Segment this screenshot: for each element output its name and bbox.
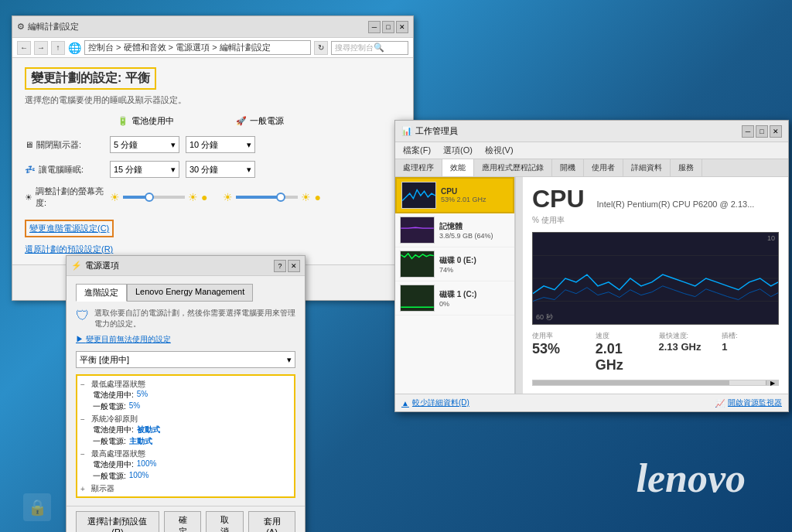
dialog-footer: 選擇計劃預設值(R) 確定 取消 套用(A) [67,506,305,532]
tm-fewer-details-link[interactable]: ▲ 較少詳細資料(D) [401,397,469,408]
maximize-button[interactable]: □ [382,21,394,33]
tm-close-button[interactable]: ✕ [770,125,782,138]
dialog-close-button[interactable]: ✕ [288,260,300,272]
sleep-battery-value: 15 分鐘 [114,164,142,176]
tab-performance[interactable]: 效能 [442,159,474,176]
tm-sidebar-disk0[interactable]: 磁碟 0 (E:) 74% [395,247,514,281]
tm-menu-options[interactable]: 選項(O) [442,144,474,157]
close-button[interactable]: ✕ [396,21,408,33]
sleep-general-dropdown[interactable]: 30 分鐘 ▾ [186,161,255,178]
graph-label-right: 10 [767,234,775,242]
nav-back-button[interactable]: ← [17,41,31,55]
apply-button[interactable]: 套用(A) [248,511,295,532]
scroll-right-arrow[interactable]: ▶ [766,380,778,385]
slider-track-battery[interactable] [123,196,185,199]
tree-child-battery-min: 電池使用中: 5% [93,390,291,401]
sun-large-icon-2: ☀ [301,191,311,203]
titlebar-controls: ─ □ ✕ [368,21,408,33]
tm-titlebar: 📊 工作管理員 ─ □ ✕ [395,121,788,142]
display-general-value: 10 分鐘 [189,139,218,151]
child-label-6: 一般電源: [93,471,126,482]
monitor-icon: 📈 [715,399,725,408]
tm-maximize-button[interactable]: □ [756,125,768,138]
tm-disk1-chart [400,285,435,312]
nav-forward-button[interactable]: → [34,41,48,55]
sun-small-icon-2: ☀ [223,191,233,203]
plan-title: 變更計劃的設定: 平衡 [25,67,156,90]
tm-minimize-button[interactable]: ─ [742,125,754,138]
tab-startup[interactable]: 開機 [552,159,584,176]
tm-disk1-info: 磁碟 1 (C:) 0% [439,289,510,308]
tm-cpu-name: CPU [441,187,508,196]
tm-tabs: 處理程序 效能 應用程式歷程記錄 開機 使用者 詳細資料 服務 [395,159,788,177]
display-general-dropdown[interactable]: 10 分鐘 ▾ [186,136,255,153]
stat-usage: 使用率 53% [532,331,589,373]
nav-up-button[interactable]: ↑ [51,41,65,55]
tm-menu-file[interactable]: 檔案(F) [401,144,432,157]
dialog-help-button[interactable]: ? [274,260,286,272]
slider-track-general[interactable] [236,196,298,199]
tab-users[interactable]: 使用者 [584,159,623,176]
tab-services[interactable]: 服務 [671,159,702,176]
address-path[interactable]: 控制台 > 硬體和音效 > 電源選項 > 編輯計劃設定 [84,40,311,55]
tab-processes[interactable]: 處理程序 [395,159,442,176]
change-current-link[interactable]: ▶ 變更目前無法使用的設定 [76,334,295,345]
minus-icon: − [80,380,90,389]
tm-main: CPU Intel(R) Pentium(R) CPU P6200 @ 2.13… [523,177,788,394]
tree-child-general-min: 一般電源: 5% [93,401,291,412]
tm-menubar: 檔案(F) 選項(O) 檢視(V) [395,142,788,159]
general-label: 一般電源 [250,115,284,127]
horizontal-scrollbar[interactable]: ▶ [532,380,779,386]
tm-open-resource-monitor-link[interactable]: 📈 開啟資源監視器 [715,397,782,408]
brightness-row: ☀ 調整計劃的螢幕亮度: ☀ ☀ ● ☀ ☀ ● [25,186,401,209]
dialog-controls: ? ✕ [274,260,300,272]
tm-sidebar-cpu[interactable]: CPU 53% 2.01 GHz [395,177,514,213]
chevron-down-icon-5: ▾ [287,355,292,365]
select-plan-defaults-button[interactable]: 選擇計劃預設值(R) [76,511,159,532]
sleep-battery-dropdown[interactable]: 15 分鐘 ▾ [110,161,179,178]
arrow-up-icon: ▲ [401,399,409,408]
tab-lenovo[interactable]: Lenovo Energy Management [127,284,253,302]
minimize-button[interactable]: ─ [368,21,381,33]
dialog-description: 🛡 選取你要自訂的電源計劃，然後你需要選擇電腦要用來管理電力的設定。 [76,308,295,329]
stat-usage-value: 53% [532,341,589,357]
tm-body: CPU 53% 2.01 GHz 記憶體 3.8/5.9 GB (64%) [395,177,788,394]
tm-disk1-name: 磁碟 1 (C:) [439,289,510,300]
tab-advanced[interactable]: 進階設定 [76,284,127,302]
tab-app-history[interactable]: 應用程式歷程記錄 [474,159,552,176]
minus-icon-2: − [80,415,90,424]
tm-disk1-value: 0% [439,300,510,308]
dialog-title: 電源選項 [85,260,119,271]
chevron-down-icon-3: ▾ [171,165,176,175]
tree-label-display: 顯示器 [91,483,114,494]
cancel-button-dialog[interactable]: 取消 [206,511,244,532]
change-advanced-link[interactable]: 變更進階電源設定(C) [25,220,114,237]
dot-icon: ● [201,191,207,203]
tab-details[interactable]: 詳細資料 [623,159,671,176]
stat-max-speed-label: 最快速度: [659,331,716,341]
tree-children-min-cpu: 電池使用中: 5% 一般電源: 5% [80,390,291,412]
child-label-2: 一般電源: [93,401,126,412]
stat-speed: 速度 2.01 GHz [596,331,653,373]
ok-button[interactable]: 確定 [164,511,202,532]
change-current-text: 變更目前無法使用的設定 [86,335,171,343]
display-battery-dropdown[interactable]: 5 分鐘 ▾ [110,136,179,153]
taskbar-icon: 🔒 [23,493,54,524]
tm-main-header: CPU Intel(R) Pentium(R) CPU P6200 @ 2.13… [532,185,779,213]
search-icon[interactable]: 🔍 [374,43,384,53]
child-value-battery-max: 100% [137,459,157,470]
child-label-4: 一般電源: [93,436,126,447]
refresh-button[interactable]: ↻ [314,41,328,55]
tree-label-max-cpu: 最高處理器狀態 [91,448,145,459]
tm-sidebar: CPU 53% 2.01 GHz 記憶體 3.8/5.9 GB (64%) [395,177,515,394]
tm-menu-view[interactable]: 檢視(V) [483,144,515,157]
tm-sidebar-memory[interactable]: 記憶體 3.8/5.9 GB (64%) [395,213,514,247]
tm-sidebar-disk1[interactable]: 磁碟 1 (C:) 0% [395,281,514,315]
restore-default-link[interactable]: 還原計劃的預設設定(R) [25,244,113,254]
plan-dropdown[interactable]: 平衡 [使用中] ▾ [76,351,295,368]
display-label-text: 關閉顯示器: [36,139,81,151]
tm-title: 工作管理員 [415,125,458,137]
tree-item-min-cpu: − 最低處理器狀態 電池使用中: 5% 一般電源: 5% [80,379,291,412]
tm-sidebar-scrollbar[interactable] [515,177,523,394]
tm-memory-info: 記憶體 3.8/5.9 GB (64%) [439,221,510,240]
